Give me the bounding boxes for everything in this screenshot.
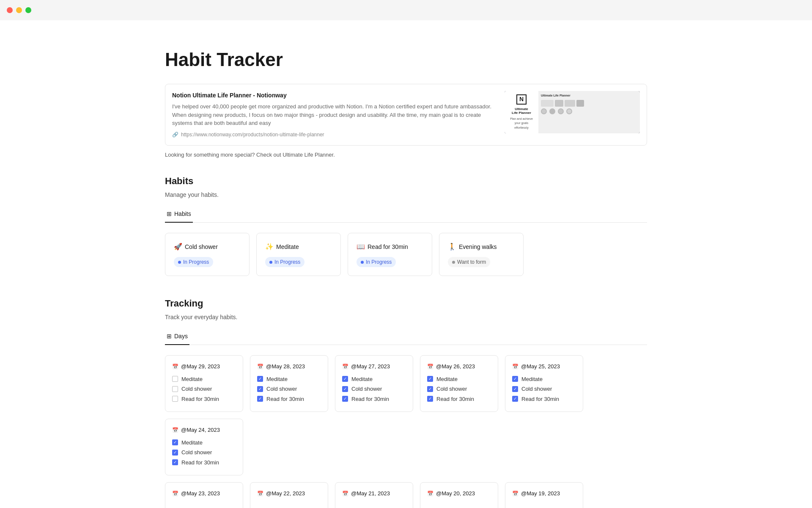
habit-item: ✓Read for 30min	[172, 458, 236, 467]
tab-days[interactable]: ⊞ Days	[165, 329, 189, 345]
checkbox-checked[interactable]: ✓	[512, 376, 518, 382]
habit-name: Evening walks	[459, 243, 497, 251]
habit-card[interactable]: 📖Read for 30minIn Progress	[348, 233, 432, 276]
habit-item: ✓Meditate	[427, 375, 491, 384]
habit-card[interactable]: 🚀Cold showerIn Progress	[165, 233, 250, 276]
checkbox-checked[interactable]: ✓	[342, 386, 348, 392]
checkbox-checked[interactable]: ✓	[427, 396, 433, 402]
habit-item-label: Read for 30min	[181, 395, 219, 403]
calendar-icon: 📅	[427, 490, 433, 497]
habit-item-label: Cold shower	[181, 385, 212, 393]
checkbox-checked[interactable]: ✓	[342, 376, 348, 382]
checkbox-checked[interactable]: ✓	[427, 376, 433, 382]
habit-card-title: ✨Meditate	[265, 242, 332, 252]
day-card[interactable]: 📅@May 28, 2023✓Meditate✓Cold shower✓Read…	[250, 355, 328, 412]
habit-item-label: Cold shower	[266, 385, 297, 393]
checkbox-empty[interactable]	[172, 376, 178, 382]
checkbox-checked[interactable]: ✓	[257, 396, 263, 402]
titlebar	[0, 0, 812, 20]
habit-item-label: Read for 30min	[351, 395, 389, 403]
preview-img-right: Ultimate Life Planner	[538, 91, 640, 133]
checkbox-checked[interactable]: ✓	[512, 396, 518, 402]
status-text: In Progress	[366, 258, 392, 266]
preview-card-content: Notion Ultimate Life Planner - Notionway…	[172, 91, 498, 138]
checkbox-checked[interactable]: ✓	[172, 439, 178, 445]
habit-item-label: Meditate	[181, 439, 203, 447]
day-card[interactable]: 📅@May 24, 2023✓Meditate✓Cold shower✓Read…	[165, 419, 243, 475]
calendar-icon: 📅	[257, 490, 263, 497]
day-card[interactable]: 📅@May 20, 2023	[420, 482, 498, 508]
status-dot	[178, 261, 181, 264]
day-card[interactable]: 📅@May 21, 2023	[335, 482, 413, 508]
checkbox-checked[interactable]: ✓	[257, 386, 263, 392]
preview-bars	[541, 100, 637, 107]
preview-card-title: Notion Ultimate Life Planner - Notionway	[172, 91, 498, 100]
date-text: @May 26, 2023	[436, 362, 475, 371]
calendar-icon: 📅	[512, 363, 518, 370]
preview-circles	[541, 108, 637, 114]
habit-item-label: Meditate	[351, 375, 373, 384]
date-text: @May 29, 2023	[181, 362, 220, 371]
habits-section: Habits Manage your habits. ⊞ Habits 🚀Col…	[165, 174, 647, 276]
day-card[interactable]: 📅@May 25, 2023✓Meditate✓Cold shower✓Read…	[505, 355, 583, 412]
status-badge: In Progress	[357, 257, 396, 267]
habit-item: ✓Cold shower	[342, 385, 406, 393]
day-card-date: 📅@May 19, 2023	[512, 489, 576, 498]
habit-card[interactable]: ✨MeditateIn Progress	[256, 233, 341, 276]
day-card-date: 📅@May 22, 2023	[257, 489, 321, 498]
checkbox-checked[interactable]: ✓	[342, 396, 348, 402]
close-button[interactable]	[7, 7, 13, 13]
day-card[interactable]: 📅@May 27, 2023✓Meditate✓Cold shower✓Read…	[335, 355, 413, 412]
habit-item: ✓Cold shower	[427, 385, 491, 393]
checkbox-checked[interactable]: ✓	[172, 459, 178, 465]
day-card[interactable]: 📅@May 26, 2023✓Meditate✓Cold shower✓Read…	[420, 355, 498, 412]
maximize-button[interactable]	[25, 7, 31, 13]
calendar-icon: 📅	[172, 363, 178, 370]
date-text: @May 23, 2023	[181, 489, 220, 498]
habits-grid: 🚀Cold showerIn Progress✨MeditateIn Progr…	[165, 233, 647, 276]
calendar-icon: 📅	[342, 490, 348, 497]
page-title: Habit Tracker	[165, 46, 647, 74]
checkbox-checked[interactable]: ✓	[172, 450, 178, 456]
habit-item-label: Meditate	[436, 375, 458, 384]
day-card[interactable]: 📅@May 19, 2023	[505, 482, 583, 508]
day-card[interactable]: 📅@May 23, 2023	[165, 482, 243, 508]
habit-icon: ✨	[265, 242, 274, 252]
date-text: @May 24, 2023	[181, 426, 220, 434]
checkbox-empty[interactable]	[172, 386, 178, 392]
preview-card[interactable]: Notion Ultimate Life Planner - Notionway…	[165, 84, 647, 146]
calendar-icon: 📅	[172, 426, 178, 434]
habit-name: Read for 30min	[368, 243, 408, 251]
checkbox-checked[interactable]: ✓	[427, 386, 433, 392]
tab-habits[interactable]: ⊞ Habits	[165, 206, 193, 223]
preview-img-section-title: Ultimate Life Planner	[541, 94, 637, 98]
day-card-date: 📅@May 23, 2023	[172, 489, 236, 498]
habit-item-label: Meditate	[266, 375, 288, 384]
habit-item: ✓Read for 30min	[342, 395, 406, 403]
minimize-button[interactable]	[16, 7, 22, 13]
habit-item-label: Meditate	[521, 375, 543, 384]
checkbox-empty[interactable]	[172, 396, 178, 402]
habit-item: ✓Cold shower	[257, 385, 321, 393]
habit-item-label: Read for 30min	[436, 395, 474, 403]
calendar-icon: 📅	[257, 363, 263, 370]
checkbox-checked[interactable]: ✓	[512, 386, 518, 392]
date-text: @May 27, 2023	[351, 362, 390, 371]
day-card[interactable]: 📅@May 22, 2023	[250, 482, 328, 508]
day-card-date: 📅@May 29, 2023	[172, 362, 236, 371]
calendar-icon: 📅	[512, 490, 518, 497]
tracking-section-subtitle: Track your everyday habits.	[165, 313, 647, 322]
preview-card-image: N UltimateLife Planner Plan and achieve …	[505, 91, 640, 133]
checkbox-checked[interactable]: ✓	[257, 376, 263, 382]
habit-item: ✓Meditate	[342, 375, 406, 384]
day-card[interactable]: 📅@May 29, 2023MeditateCold showerRead fo…	[165, 355, 243, 412]
habit-item-label: Cold shower	[521, 385, 552, 393]
habit-card[interactable]: 🚶Evening walksWant to form	[439, 233, 524, 276]
habit-item-label: Read for 30min	[521, 395, 559, 403]
habit-item: ✓Read for 30min	[427, 395, 491, 403]
preview-img-subtitle: Plan and achieve your goals effortlessly	[508, 117, 535, 130]
tracking-section-title: Tracking	[165, 296, 647, 310]
days-tabs: ⊞ Days	[165, 329, 647, 345]
status-badge: Want to form	[448, 257, 490, 267]
calendar-icon: 📅	[427, 363, 433, 370]
